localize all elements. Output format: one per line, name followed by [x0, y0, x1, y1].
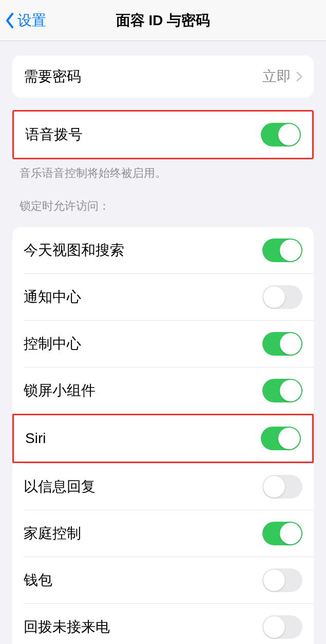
- locked-access-label: 通知中心: [24, 287, 81, 307]
- locked-access-toggle[interactable]: [262, 568, 302, 592]
- locked-access-row: 回拨未接来电: [24, 603, 314, 644]
- locked-access-row: 以信息回复: [24, 463, 314, 510]
- page-title: 面容 ID 与密码: [116, 11, 210, 30]
- locked-access-toggle[interactable]: [262, 475, 302, 499]
- locked-access-toggle[interactable]: [262, 332, 302, 356]
- locked-access-row: 今天视图和搜索: [12, 227, 314, 273]
- locked-access-row: 钱包: [24, 557, 314, 603]
- locked-access-header: 锁定时允许访问：: [0, 181, 326, 215]
- back-button[interactable]: 设置: [0, 11, 46, 30]
- locked-access-toggle[interactable]: [262, 379, 302, 402]
- locked-access-label: 以信息回复: [24, 477, 95, 496]
- locked-access-label: 回拨未接来电: [24, 617, 110, 637]
- locked-access-group: 今天视图和搜索通知中心控制中心锁屏小组件Siri以信息回复家庭控制钱包回拨未接来…: [12, 227, 314, 644]
- locked-access-label: 锁屏小组件: [24, 381, 95, 400]
- voice-dial-row: 语音拨号: [14, 112, 312, 158]
- require-passcode-group: 需要密码 立即: [12, 56, 314, 98]
- navbar: 设置 面容 ID 与密码: [0, 0, 326, 41]
- locked-access-row: 锁屏小组件: [24, 367, 314, 414]
- voice-dial-toggle[interactable]: [261, 123, 301, 146]
- locked-access-toggle[interactable]: [261, 427, 301, 450]
- voice-dial-footer: 音乐语音控制将始终被启用。: [0, 159, 326, 181]
- locked-access-toggle[interactable]: [262, 285, 302, 309]
- locked-access-label: 钱包: [24, 571, 52, 590]
- require-passcode-value: 立即: [262, 67, 291, 86]
- locked-access-label: Siri: [25, 430, 46, 447]
- locked-access-row: 通知中心: [24, 273, 314, 320]
- chevron-left-icon: [5, 13, 14, 28]
- require-passcode-label: 需要密码: [24, 67, 81, 86]
- chevron-right-icon: [296, 71, 302, 82]
- voice-dial-group: 语音拨号: [12, 110, 314, 159]
- locked-access-toggle[interactable]: [262, 522, 302, 545]
- locked-access-row: 控制中心: [24, 320, 314, 367]
- locked-access-label: 家庭控制: [24, 524, 81, 543]
- locked-access-label: 控制中心: [24, 334, 81, 354]
- locked-access-row: Siri: [12, 414, 314, 463]
- locked-access-label: 今天视图和搜索: [24, 241, 124, 260]
- voice-dial-label: 语音拨号: [25, 125, 83, 144]
- locked-access-toggle[interactable]: [262, 238, 302, 262]
- require-passcode-row[interactable]: 需要密码 立即: [12, 56, 314, 98]
- locked-access-toggle[interactable]: [262, 615, 302, 639]
- locked-access-row: 家庭控制: [24, 510, 314, 557]
- back-label: 设置: [17, 11, 46, 30]
